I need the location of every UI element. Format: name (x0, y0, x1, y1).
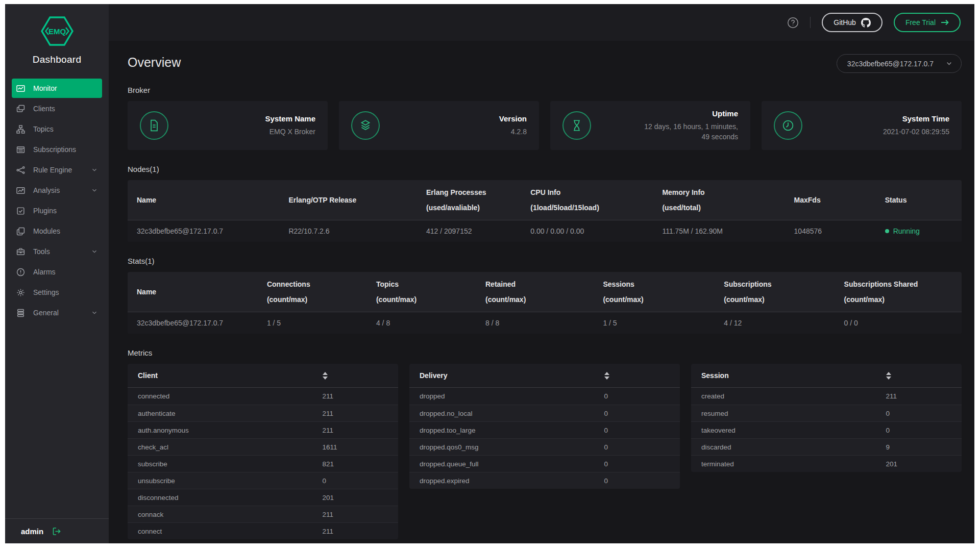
table-cell: 8 / 8 (476, 312, 594, 334)
sidebar-item-label: General (33, 309, 59, 317)
metric-row: connack211 (128, 506, 398, 522)
column-header-status: Status (876, 180, 962, 220)
page-title: Overview (128, 55, 181, 70)
chevron-down-icon (946, 60, 952, 67)
metric-name: resumed (691, 410, 886, 417)
metric-value: 821 (323, 460, 398, 468)
broker-cards: System NameEMQ X BrokerVersion4.2.8Uptim… (128, 101, 962, 150)
column-header-subscriptions-shared: Subscriptions Shared(count/max) (835, 272, 962, 312)
sidebar-item-analysis[interactable]: Analysis (12, 181, 102, 200)
card-title: System Time (883, 114, 949, 123)
metric-name: authenticate (128, 410, 323, 417)
table-cell: 412 / 2097152 (417, 220, 521, 242)
free-trial-button[interactable]: Free Trial (894, 13, 961, 32)
metric-value: 0 (886, 410, 962, 417)
metric-value: 9 (886, 443, 962, 451)
metric-row: terminated201 (691, 455, 962, 472)
sidebar-item-label: Rule Engine (33, 166, 72, 174)
broker-card-system-name: System NameEMQ X Broker (128, 101, 328, 150)
column-header-topics: Topics(count/max) (367, 272, 476, 312)
metric-row: subscribe821 (128, 455, 398, 472)
emqx-logo: EMQ (5, 4, 109, 48)
metric-name: dropped.too_large (409, 427, 604, 434)
sort-caret-icon[interactable] (323, 372, 329, 380)
sidebar-item-topics[interactable]: Topics (12, 119, 102, 139)
table-cell: 1 / 5 (594, 312, 715, 334)
column-header-sessions: Sessions(count/max) (594, 272, 715, 312)
chevron-down-icon (91, 187, 97, 193)
column-header-memory-info: Memory Info(used/total) (653, 180, 785, 220)
clock-icon (774, 111, 802, 140)
logout-icon[interactable] (53, 527, 62, 536)
analysis-icon (16, 186, 25, 195)
sidebar-item-label: Alarms (33, 268, 56, 276)
sort-caret-icon[interactable] (886, 372, 892, 380)
sidebar-item-label: Monitor (33, 84, 57, 92)
metric-value: 211 (323, 528, 398, 535)
metric-name: dropped.queue_full (409, 460, 604, 468)
sidebar-item-settings[interactable]: Settings (12, 283, 102, 302)
stats-table: NameConnections(count/max)Topics(count/m… (128, 272, 962, 334)
metric-row: unsubscribe0 (128, 472, 398, 489)
sidebar-item-modules[interactable]: Modules (12, 221, 102, 241)
metric-value: 0 (323, 477, 398, 485)
metric-row: connect211 (128, 522, 398, 539)
column-header-subscriptions: Subscriptions(count/max) (715, 272, 835, 312)
github-octocat-icon (861, 18, 871, 28)
status-dot-icon (885, 229, 889, 233)
rule-engine-icon (16, 166, 25, 174)
document-icon (140, 111, 168, 140)
column-header-cpu-info: CPU Info(1load/5load/15load) (521, 180, 653, 220)
alarms-icon (16, 268, 25, 277)
table-cell: 32c3dbefbe65@172.17.0.7 (128, 220, 279, 242)
table-row: 32c3dbefbe65@172.17.0.71 / 54 / 88 / 81 … (128, 312, 962, 334)
sidebar: EMQ Dashboard MonitorClientsTopicsSubscr… (5, 4, 109, 543)
column-header-maxfds: MaxFds (785, 180, 876, 220)
sidebar-item-label: Clients (33, 105, 55, 113)
broker-card-uptime: Uptime12 days, 16 hours, 1 minutes, 49 s… (550, 101, 750, 150)
column-header-retained: Retained(count/max) (476, 272, 594, 312)
help-icon[interactable] (787, 17, 799, 29)
card-value: 12 days, 16 hours, 1 minutes, 49 seconds (636, 121, 738, 142)
table-header-row: NameErlang/OTP ReleaseErlang Processes(u… (128, 180, 962, 220)
table-cell: 4 / 8 (367, 312, 476, 334)
metric-row: dropped.qos0_msg0 (409, 438, 680, 455)
table-header-row: NameConnections(count/max)Topics(count/m… (128, 272, 962, 312)
sidebar-item-general[interactable]: General (12, 303, 102, 322)
metric-name: check_acl (128, 443, 323, 451)
metric-name: dropped.no_local (409, 410, 604, 417)
metric-name: dropped (409, 392, 604, 400)
sidebar-item-clients[interactable]: Clients (12, 99, 102, 118)
nodes-table: NameErlang/OTP ReleaseErlang Processes(u… (128, 180, 962, 242)
sidebar-item-label: Modules (33, 227, 60, 235)
app-window: EMQ Dashboard MonitorClientsTopicsSubscr… (5, 4, 974, 543)
sidebar-item-tools[interactable]: Tools (12, 242, 102, 261)
sidebar-item-subscriptions[interactable]: Subscriptions (12, 140, 102, 159)
card-title: Uptime (636, 109, 738, 118)
sidebar-item-label: Plugins (33, 207, 57, 215)
metric-name: discarded (691, 443, 886, 451)
metric-row: takeovered0 (691, 421, 962, 438)
card-title: Version (499, 114, 527, 123)
sidebar-item-monitor[interactable]: Monitor (12, 79, 102, 98)
sidebar-menu: MonitorClientsTopicsSubscriptionsRule En… (5, 78, 109, 518)
column-header-erlang-otp-release: Erlang/OTP Release (279, 180, 417, 220)
nodes-section-label: Nodes(1) (128, 165, 962, 173)
card-title: System Name (265, 114, 315, 123)
github-button[interactable]: GitHub (822, 13, 883, 32)
sidebar-item-alarms[interactable]: Alarms (12, 262, 102, 282)
general-icon (16, 309, 25, 317)
metrics-table-session: Sessioncreated211resumed0takeovered0disc… (691, 364, 962, 472)
sidebar-item-rule-engine[interactable]: Rule Engine (12, 160, 102, 180)
topics-icon (16, 125, 25, 134)
sidebar-item-plugins[interactable]: Plugins (12, 201, 102, 220)
node-selector-dropdown[interactable]: 32c3dbefbe65@172.17.0.7 (837, 54, 962, 73)
metrics-table-title: Session (691, 371, 886, 380)
metric-row: dropped0 (409, 388, 680, 405)
metric-row: dropped.too_large0 (409, 421, 680, 438)
layers-icon (351, 111, 380, 140)
column-header-erlang-processes: Erlang Processes(used/avaliable) (417, 180, 521, 220)
topbar: GitHub Free Trial (109, 4, 974, 41)
sort-caret-icon[interactable] (604, 372, 610, 380)
metric-value: 0 (604, 460, 680, 468)
